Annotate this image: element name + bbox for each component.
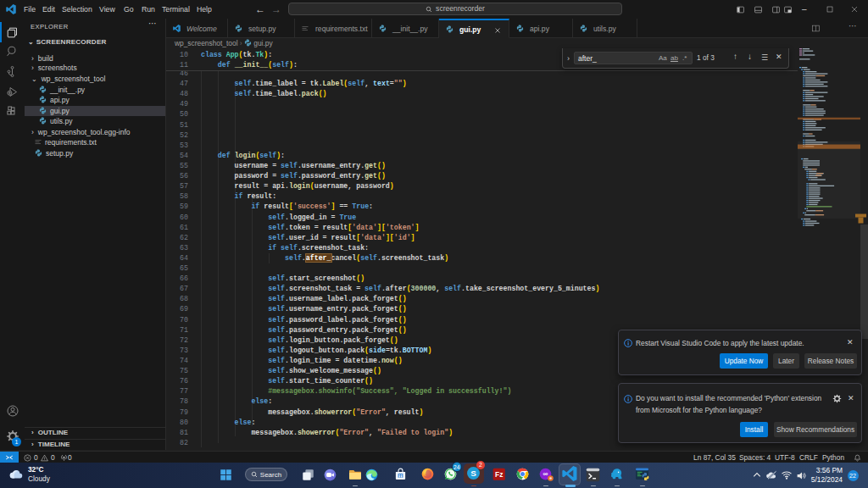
svg-text:S: S <box>470 469 476 478</box>
svg-text:Fz: Fz <box>495 470 503 479</box>
